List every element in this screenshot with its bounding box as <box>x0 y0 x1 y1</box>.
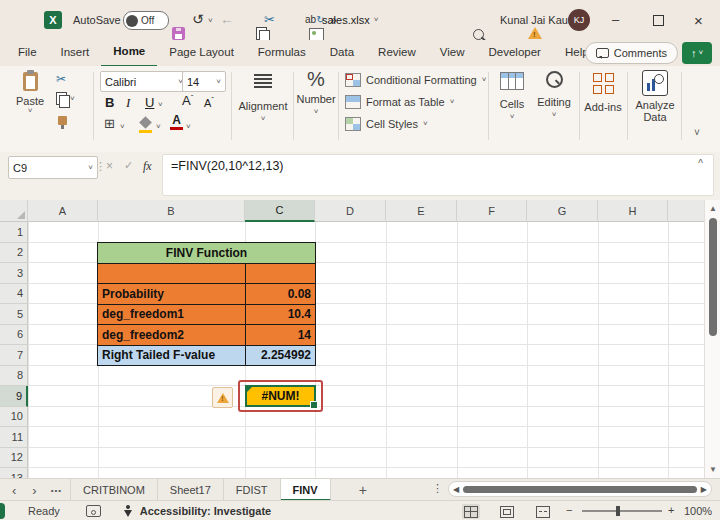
excel-logo-icon[interactable]: X <box>44 11 62 29</box>
column-header-b[interactable]: B <box>98 200 245 222</box>
document-title[interactable]: sales.xlsx˅ <box>322 14 378 26</box>
grid-body[interactable]: 1 2 3 4 5 6 7 8 9 10 11 12 13 FINV Funct… <box>0 222 704 478</box>
horizontal-scrollbar[interactable]: ◀ ▶ <box>448 481 712 497</box>
table-label-cell[interactable]: deg_freedom1 <box>98 305 246 326</box>
select-all-corner[interactable] <box>0 200 28 222</box>
cut-button[interactable]: ✂ <box>56 72 66 86</box>
table-label-cell[interactable]: deg_freedom2 <box>98 325 246 346</box>
collapse-ribbon-icon[interactable]: ˅ <box>694 128 700 138</box>
page-layout-view-button[interactable] <box>498 504 516 519</box>
more-sheets-icon[interactable]: ••• <box>51 486 62 495</box>
row-header-7[interactable]: 7 <box>0 345 28 366</box>
zoom-in-button[interactable]: + <box>668 504 674 516</box>
conditional-formatting-button[interactable]: Conditional Formatting ˅ <box>345 73 486 87</box>
table-value-cell[interactable]: 2.254992 <box>246 346 316 367</box>
cell-styles-button[interactable]: Cell Styles ˅ <box>345 117 428 131</box>
user-avatar[interactable]: KJ <box>568 9 590 31</box>
collapse-formula-bar-icon[interactable]: ^ <box>698 158 703 169</box>
grow-font-button[interactable]: Aˆ <box>182 93 193 108</box>
selected-cell-c9[interactable]: #NUM! <box>245 385 316 407</box>
scroll-right-icon[interactable]: ▶ <box>701 485 707 494</box>
horizontal-scroll-thumb[interactable] <box>463 486 697 493</box>
enter-icon[interactable]: ✓ <box>124 159 133 172</box>
table-value-cell[interactable]: 14 <box>246 325 316 346</box>
font-color-button[interactable]: A <box>170 114 183 130</box>
column-header-c[interactable]: C <box>245 200 315 222</box>
column-header-h[interactable]: H <box>598 200 668 222</box>
row-header-9[interactable]: 9 <box>0 386 28 407</box>
column-header-partial[interactable] <box>668 200 704 222</box>
row-header-11[interactable]: 11 <box>0 427 28 448</box>
sheetbar-menu-icon[interactable]: ⋮ <box>432 482 443 495</box>
save-icon[interactable] <box>172 27 185 40</box>
row-header-12[interactable]: 12 <box>0 448 28 469</box>
table-empty-cell[interactable] <box>98 264 246 285</box>
tab-review[interactable]: Review <box>366 40 428 66</box>
row-header-10[interactable]: 10 <box>0 407 28 428</box>
sheet-tab-fdist[interactable]: FDIST <box>224 479 281 501</box>
row-header-5[interactable]: 5 <box>0 304 28 325</box>
font-size-select[interactable]: 14˅ <box>182 71 226 92</box>
scroll-up-icon[interactable]: ▲ <box>705 204 720 213</box>
tab-data[interactable]: Data <box>318 40 366 66</box>
tab-insert[interactable]: Insert <box>49 40 102 66</box>
zoom-level[interactable]: 100% <box>684 505 712 517</box>
number-group-button[interactable]: % Number ˅ <box>296 68 336 116</box>
prev-sheet-icon[interactable]: ‹ <box>12 483 16 498</box>
zoom-out-button[interactable]: − <box>566 504 572 516</box>
minimize-button[interactable]: – <box>612 12 619 27</box>
insert-function-icon[interactable]: fx <box>143 159 152 174</box>
macro-record-icon[interactable] <box>86 505 101 517</box>
undo-icon[interactable]: ↺ <box>192 11 204 27</box>
scroll-left-icon[interactable]: ◀ <box>453 485 459 494</box>
editing-group-button[interactable]: Editing ˅ <box>532 71 576 119</box>
row-header-4[interactable]: 4 <box>0 284 28 305</box>
table-empty-cell[interactable] <box>246 264 316 285</box>
row-header-2[interactable]: 2 <box>0 243 28 264</box>
tab-home[interactable]: Home <box>101 39 157 67</box>
table-value-cell[interactable]: 10.4 <box>246 305 316 326</box>
tab-view[interactable]: View <box>428 40 477 66</box>
table-label-cell[interactable]: Probability <box>98 284 246 305</box>
column-header-e[interactable]: E <box>386 200 457 222</box>
zoom-slider-thumb[interactable] <box>616 506 620 516</box>
borders-chevron-icon[interactable]: ˅ <box>120 123 125 131</box>
cancel-icon[interactable]: × <box>106 159 113 173</box>
analyze-data-button[interactable]: Analyze Data <box>631 70 679 123</box>
vertical-scrollbar[interactable]: ▲ ▼ <box>704 200 720 478</box>
cut-icon[interactable]: ✂ <box>264 12 275 27</box>
zoom-slider-track[interactable] <box>582 510 662 512</box>
shrink-font-button[interactable]: Aˇ <box>204 95 214 109</box>
column-header-g[interactable]: G <box>527 200 598 222</box>
scroll-down-icon[interactable]: ▼ <box>705 465 720 474</box>
tab-file[interactable]: File <box>6 40 49 66</box>
normal-view-button[interactable] <box>462 504 480 519</box>
row-header-3[interactable]: 3 <box>0 263 28 284</box>
comments-button[interactable]: Comments <box>585 42 678 64</box>
add-ins-button[interactable]: Add-ins <box>583 73 623 113</box>
font-name-select[interactable]: Calibri˅ <box>100 71 188 92</box>
formula-input[interactable]: =FINV(20,10^12,13) ^ <box>162 154 714 196</box>
paste-button[interactable]: Paste ˅ <box>16 72 44 115</box>
row-header-1[interactable]: 1 <box>0 222 28 243</box>
sheet-tab-finv[interactable]: FINV <box>281 479 331 501</box>
row-header-6[interactable]: 6 <box>0 325 28 346</box>
tab-page-layout[interactable]: Page Layout <box>157 40 246 66</box>
font-color-chevron-icon[interactable]: ˅ <box>186 123 191 131</box>
column-header-a[interactable]: A <box>28 200 98 222</box>
tab-formulas[interactable]: Formulas <box>246 40 318 66</box>
alignment-group-button[interactable]: Alignment ˅ <box>236 74 290 123</box>
borders-button[interactable]: ⊞ <box>104 116 115 131</box>
maximize-button[interactable] <box>653 15 664 26</box>
sheet-tab-sheet17[interactable]: Sheet17 <box>158 479 224 501</box>
vertical-scroll-thumb[interactable] <box>709 218 717 336</box>
format-painter-button[interactable] <box>58 116 67 125</box>
close-button[interactable]: × <box>694 12 703 29</box>
fill-handle[interactable] <box>310 401 318 409</box>
bold-button[interactable]: B <box>105 95 114 110</box>
cells-group-button[interactable]: Cells ˅ <box>492 72 532 121</box>
table-title-cell[interactable]: FINV Function <box>98 243 316 264</box>
undo-chevron-icon[interactable]: ˅ <box>208 17 213 25</box>
copy-icon[interactable] <box>256 27 267 40</box>
sheet-tab-critbinom[interactable]: CRITBINOM <box>70 479 158 501</box>
